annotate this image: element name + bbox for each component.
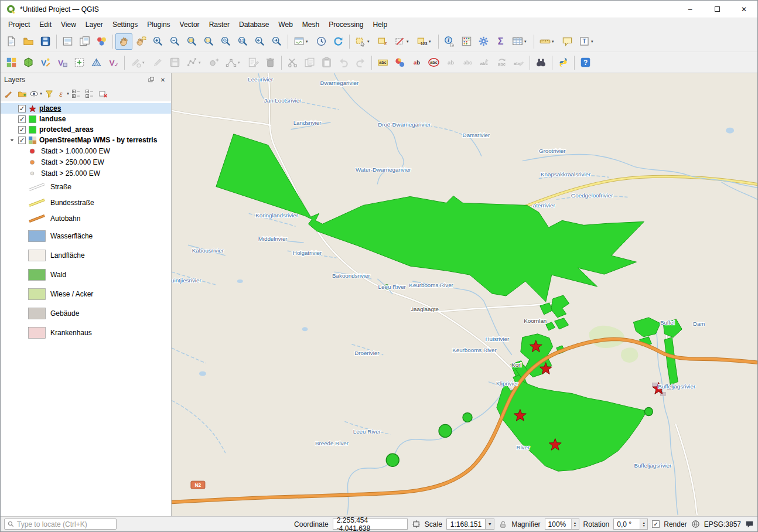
labeling-rules-button[interactable]: ab xyxy=(408,54,425,71)
show-hide-labels-button[interactable]: abc xyxy=(459,54,476,71)
menu-layer[interactable]: Layer xyxy=(81,19,108,30)
expand-all-button[interactable] xyxy=(70,87,83,100)
minimize-button[interactable]: – xyxy=(677,1,704,18)
cut-features-button[interactable] xyxy=(284,54,301,71)
select-by-expression-button[interactable]: ε xyxy=(374,33,391,50)
menu-project[interactable]: Project xyxy=(4,19,35,30)
modify-attributes-button[interactable] xyxy=(245,54,262,71)
new-mesh-layer-button[interactable] xyxy=(88,54,105,71)
layer-visibility-checkbox[interactable]: ✓ xyxy=(18,105,26,112)
layer-visibility-checkbox[interactable]: ✓ xyxy=(18,126,26,134)
zoom-full-button[interactable] xyxy=(183,33,200,50)
menu-view[interactable]: View xyxy=(56,19,81,30)
vertex-tool-button[interactable]: ▾ xyxy=(223,54,245,71)
save-layer-edits-button[interactable] xyxy=(166,54,183,71)
layer-diagram-options-button[interactable] xyxy=(391,54,408,71)
new-map-view-button[interactable]: ▾ xyxy=(291,33,313,50)
measure-button[interactable]: ▾ xyxy=(537,33,559,50)
new-virtual-layer-button[interactable]: V xyxy=(105,54,122,71)
copy-features-button[interactable] xyxy=(301,54,318,71)
open-attribute-table-button[interactable]: ▾ xyxy=(509,33,531,50)
messages-icon[interactable] xyxy=(745,520,754,528)
zoom-in-button[interactable] xyxy=(149,33,166,50)
maximize-button[interactable] xyxy=(704,1,730,18)
new-spatialite-layer-button[interactable]: V xyxy=(54,54,71,71)
layer-item-openstreetmap-wms-by-terrestris[interactable]: ✓OpenStreetMap WMS - by terrestris xyxy=(1,135,171,145)
map-canvas[interactable]: LeeurivierDwarriegarivierJan Lootsrivier… xyxy=(172,73,757,516)
save-project-button[interactable] xyxy=(37,33,54,50)
lock-icon[interactable] xyxy=(498,520,507,528)
pin-unpin-labels-button[interactable]: ab xyxy=(442,54,459,71)
collapse-arrow-icon[interactable] xyxy=(8,138,16,143)
filter-by-expression-button[interactable]: ε▾ xyxy=(56,87,69,100)
spinner-arrows-icon[interactable]: ▲▼ xyxy=(640,519,647,529)
new-shapefile-layer-button[interactable]: V xyxy=(37,54,54,71)
zoom-next-button[interactable] xyxy=(268,33,285,50)
layer-item-places[interactable]: ✓places xyxy=(1,103,171,114)
zoom-out-button[interactable] xyxy=(166,33,183,50)
menu-mesh[interactable]: Mesh xyxy=(298,19,324,30)
remove-layer-button[interactable] xyxy=(97,87,110,100)
move-label-button[interactable]: abc xyxy=(476,54,493,71)
current-edits-button[interactable]: ▾ xyxy=(127,54,149,71)
toggle-extents-icon[interactable] xyxy=(412,520,421,528)
osm-place-search-button[interactable] xyxy=(532,54,549,71)
digitize-with-segment-button[interactable]: ▾ xyxy=(183,54,206,71)
new-geopackage-layer-button[interactable] xyxy=(20,54,37,71)
show-layout-manager-button[interactable] xyxy=(76,33,93,50)
select-features-button[interactable]: ▾ xyxy=(352,33,374,50)
layer-visibility-checkbox[interactable]: ✓ xyxy=(18,115,26,123)
menu-web[interactable]: Web xyxy=(274,19,297,30)
manage-map-themes-button[interactable]: ▾ xyxy=(29,87,42,100)
new-annotation-button[interactable]: T▾ xyxy=(576,33,598,50)
help-button[interactable]: ? xyxy=(577,54,594,71)
magnifier-spinbox[interactable]: 100% ▲▼ xyxy=(545,519,579,530)
zoom-to-selection-button[interactable] xyxy=(200,33,217,50)
float-panel-icon[interactable] xyxy=(146,75,156,84)
redo-button[interactable] xyxy=(352,54,369,71)
temporal-controller-button[interactable] xyxy=(313,33,330,50)
render-checkbox[interactable]: ✓ xyxy=(652,520,660,528)
scale-combo[interactable]: 1:168.151 ▼ xyxy=(446,519,494,530)
delete-selected-button[interactable] xyxy=(262,54,279,71)
zoom-native-button[interactable]: 1:1 xyxy=(234,33,251,50)
field-calculator-button[interactable] xyxy=(458,33,475,50)
open-data-source-manager-button[interactable] xyxy=(3,54,20,71)
processing-toolbox-button[interactable] xyxy=(475,33,492,50)
menu-raster[interactable]: Raster xyxy=(204,19,234,30)
rotate-label-button[interactable]: abc xyxy=(493,54,510,71)
statistical-summary-button[interactable]: Σ xyxy=(492,33,509,50)
zoom-to-layer-button[interactable] xyxy=(217,33,234,50)
open-project-button[interactable] xyxy=(20,33,37,50)
map-tips-button[interactable] xyxy=(559,33,576,50)
deselect-all-button[interactable]: ▾ xyxy=(391,33,414,50)
menu-processing[interactable]: Processing xyxy=(324,19,368,30)
new-temporary-scratch-layer-button[interactable] xyxy=(71,54,88,71)
toggle-editing-button[interactable] xyxy=(149,54,166,71)
add-group-button[interactable] xyxy=(16,87,29,100)
menu-help[interactable]: Help xyxy=(368,19,392,30)
change-label-properties-button[interactable]: abc xyxy=(510,54,527,71)
close-button[interactable]: ✕ xyxy=(730,1,757,18)
coordinate-value-box[interactable]: 2.255.454 -4.041.638 xyxy=(333,519,408,530)
rotation-spinbox[interactable]: 0,0 ° ▲▼ xyxy=(613,519,648,530)
layer-item-protected-areas[interactable]: ✓protected_areas xyxy=(1,124,171,135)
menu-vector[interactable]: Vector xyxy=(175,19,204,30)
new-project-button[interactable] xyxy=(3,33,20,50)
menu-database[interactable]: Database xyxy=(234,19,274,30)
refresh-button[interactable] xyxy=(330,33,347,50)
collapse-all-button[interactable] xyxy=(83,87,96,100)
zoom-last-button[interactable] xyxy=(251,33,268,50)
layer-item-landuse[interactable]: ✓landuse xyxy=(1,114,171,124)
spinner-arrows-icon[interactable]: ▲▼ xyxy=(571,519,579,529)
menu-settings[interactable]: Settings xyxy=(108,19,142,30)
add-feature-button[interactable] xyxy=(206,54,223,71)
locate-input[interactable]: Type to locate (Ctrl+K) xyxy=(4,519,117,530)
close-panel-icon[interactable]: ✕ xyxy=(158,75,168,84)
undo-button[interactable] xyxy=(335,54,352,71)
crs-icon[interactable] xyxy=(691,520,700,528)
menu-edit[interactable]: Edit xyxy=(35,19,56,30)
show-unplaced-labels-button[interactable]: abc xyxy=(425,54,442,71)
identify-features-button[interactable]: i xyxy=(441,33,458,50)
filter-legend-button[interactable] xyxy=(43,87,56,100)
